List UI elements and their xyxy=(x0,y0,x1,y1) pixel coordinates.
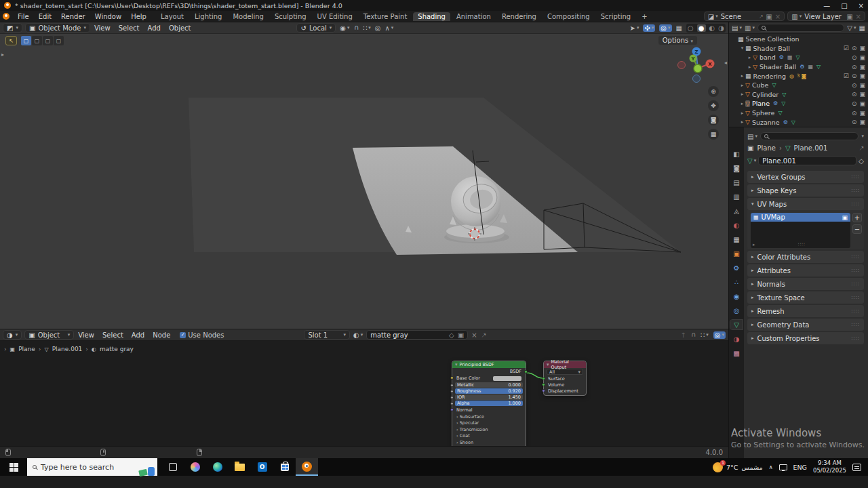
scene-selector[interactable]: ◪▾ Scene ➝ ▣ × xyxy=(704,12,785,21)
input-socket[interactable] xyxy=(450,402,454,405)
section-coat[interactable]: › Coat xyxy=(452,433,526,440)
workspace-tab-+[interactable]: + xyxy=(637,12,652,21)
list-resize-grip[interactable]: ∷∷ xyxy=(798,242,806,247)
properties-tab-collection[interactable]: ▦ xyxy=(730,235,743,244)
go-parent-node-icon[interactable]: ↑ xyxy=(680,331,686,339)
outlook-icon[interactable]: O xyxy=(251,458,273,476)
properties-tab-view-layer[interactable]: ▥ xyxy=(730,192,743,201)
workspace-tab-lighting[interactable]: Lighting xyxy=(190,12,226,21)
workspace-tab-uv-editing[interactable]: UV Editing xyxy=(313,12,357,21)
select-box-extend-button[interactable]: ▢ xyxy=(32,36,42,45)
shader-type-dropdown[interactable]: ▣ Object▾ xyxy=(24,330,74,340)
proportional-editing-icon[interactable]: ◎ xyxy=(375,24,381,32)
perspective-toggle-icon[interactable]: ▦ xyxy=(708,129,719,140)
outliner-row[interactable]: ▸▽Cylinder▽⊙▣ xyxy=(729,90,868,100)
notification-center-icon[interactable] xyxy=(852,464,861,471)
workspace-tab-scripting[interactable]: Scripting xyxy=(596,12,635,21)
outliner-row[interactable]: ▸▽Sphere▽⊙▣ xyxy=(729,108,868,118)
expand-icon[interactable]: ▸ xyxy=(739,101,745,106)
checkbox-icon[interactable]: ☑ xyxy=(844,45,849,52)
properties-tab-material[interactable]: ◑ xyxy=(730,334,743,344)
viewport-menu-object[interactable]: Object xyxy=(169,24,191,32)
mode-dropdown[interactable]: ▣ Object Mode▾ xyxy=(25,23,90,33)
panel-shape-keys[interactable]: ▸Shape Keys∷∷ xyxy=(747,184,864,197)
select-box-intersect-button[interactable]: ▢ xyxy=(54,36,64,45)
shader-menu-view[interactable]: View xyxy=(78,331,94,339)
maximize-button[interactable]: □ xyxy=(841,2,847,9)
select-box-new-button[interactable]: ▢ xyxy=(21,36,31,45)
language-indicator[interactable]: ENG xyxy=(793,464,807,471)
node-material-output[interactable]: ▾Material Output All▾ SurfaceVolumeDispl… xyxy=(543,361,587,396)
shading-rendered-icon[interactable]: ◑ xyxy=(718,24,724,32)
base-color-socket[interactable] xyxy=(450,376,454,380)
camera-icon[interactable]: ▣ xyxy=(859,110,865,117)
new-collection-icon[interactable]: ▦ xyxy=(859,24,865,32)
menu-edit[interactable]: Edit xyxy=(39,13,52,20)
panel-attributes[interactable]: ▸Attributes∷∷ xyxy=(747,264,864,277)
input-socket[interactable] xyxy=(542,389,545,392)
properties-tab-world[interactable]: ◐ xyxy=(730,220,743,230)
copilot-icon[interactable] xyxy=(184,458,206,476)
eye-icon[interactable]: ⊙ xyxy=(852,73,857,79)
outliner-search-input[interactable] xyxy=(757,24,844,32)
tray-expand-icon[interactable]: ∧ xyxy=(769,464,773,470)
properties-options-dropdown[interactable]: ▾ xyxy=(861,134,864,139)
transform-orientation-dropdown[interactable]: ↺ Local▾ xyxy=(296,23,336,33)
new-material-icon[interactable]: ▣ xyxy=(458,331,464,339)
expand-icon[interactable]: ▸ xyxy=(747,55,753,60)
material-name-field[interactable]: matte gray ◇ ▣ xyxy=(366,330,468,340)
gizmos-toggle[interactable]: ✣▾ xyxy=(643,24,655,32)
list-expand-icon[interactable]: ▸ xyxy=(753,242,755,247)
properties-editor-type-button[interactable]: ▤▾ xyxy=(747,133,757,140)
workspace-tab-rendering[interactable]: Rendering xyxy=(497,12,541,21)
start-button[interactable] xyxy=(0,458,27,476)
slider-roughness[interactable]: Roughness0.920 xyxy=(455,388,523,394)
breadcrumb-data[interactable]: Plane.001 xyxy=(794,144,828,152)
menu-file[interactable]: File xyxy=(18,13,29,20)
properties-search-input[interactable] xyxy=(760,132,859,140)
taskbar-search-input[interactable]: Type here to search xyxy=(27,458,157,476)
expand-icon[interactable]: ▸ xyxy=(739,92,745,97)
workspace-tab-layout[interactable]: Layout xyxy=(156,12,189,21)
overlays-toggle[interactable]: ◎▾ xyxy=(659,24,671,32)
camera-icon[interactable]: ▣ xyxy=(859,91,865,98)
node-editor[interactable]: ›▣Plane›▽Plane.001›◐matte gray ▾Principl… xyxy=(0,341,728,446)
menu-window[interactable]: Window xyxy=(95,13,121,20)
sidebar-expand-icon[interactable]: ◂ xyxy=(724,60,727,66)
input-socket[interactable] xyxy=(542,383,545,386)
panel-texture-space[interactable]: ▸Texture Space∷∷ xyxy=(747,291,864,304)
shield-icon[interactable]: ◇ xyxy=(859,157,864,165)
panel-grip[interactable]: ∷∷ xyxy=(852,254,860,260)
node-principled-bsdf[interactable]: ▾Principled BSDF BSDF Base Color Metalli… xyxy=(452,361,526,446)
outliner-row[interactable]: ▸▽Suzanne⚙▽⊙▣ xyxy=(729,117,868,127)
eye-icon[interactable]: ⊙ xyxy=(852,45,857,52)
select-box-subtract-button[interactable]: ▢ xyxy=(43,36,53,45)
camera-icon[interactable]: ▣ xyxy=(859,73,865,79)
file-explorer-icon[interactable] xyxy=(229,458,251,476)
outliner-row[interactable]: ▸▽band⚙▦▽⊙▣ xyxy=(729,53,868,62)
minimize-button[interactable]: — xyxy=(823,2,830,9)
mesh-data-dropdown[interactable]: ▽▾ xyxy=(747,157,756,165)
slider-ior[interactable]: IOR1.450 xyxy=(455,394,523,400)
snap-magnet-icon[interactable]: ∪ xyxy=(354,24,359,32)
eye-icon[interactable]: ⊙ xyxy=(852,54,857,61)
xray-toggle[interactable]: ▦ xyxy=(676,24,682,32)
panel-remesh[interactable]: ▸Remesh∷∷ xyxy=(747,305,864,317)
edge-icon[interactable] xyxy=(206,458,229,476)
collapse-icon[interactable]: ▾ xyxy=(739,45,745,51)
section-sheen[interactable]: › Sheen xyxy=(452,439,526,446)
viewport-menu-select[interactable]: Select xyxy=(119,24,140,32)
navigation-gizmo[interactable]: Z Y X xyxy=(677,46,716,87)
outliner-row[interactable]: ▸▽Shader Ball⚙▦▽⊙▣ xyxy=(729,62,868,72)
properties-tab-data[interactable]: ▽ xyxy=(730,320,743,329)
menu-render[interactable]: Render xyxy=(61,13,85,20)
shading-material-icon[interactable]: ◐ xyxy=(709,24,715,32)
snap-node-icon[interactable]: ∪ xyxy=(691,331,696,339)
node-snap-dropdown[interactable]: ∷▾ xyxy=(701,331,709,339)
section-subsurface[interactable]: › Subsurface xyxy=(452,413,526,420)
workspace-tab-shading[interactable]: Shading xyxy=(413,12,450,21)
panel-grip[interactable]: ∷∷ xyxy=(852,336,860,342)
remove-uv-map-button[interactable]: − xyxy=(852,224,862,234)
input-socket[interactable] xyxy=(450,390,454,393)
properties-tab-object[interactable]: ▣ xyxy=(730,249,743,258)
